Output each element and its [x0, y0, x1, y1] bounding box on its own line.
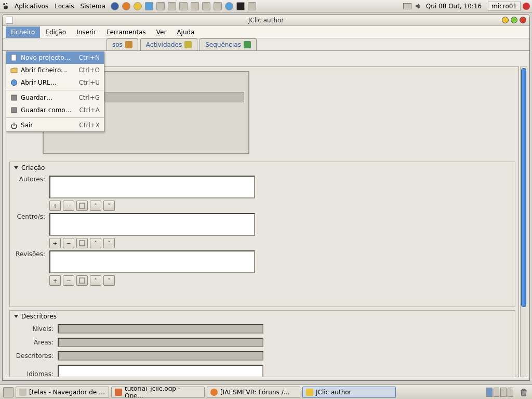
btnrow-autores: + − ˄ ˅: [49, 201, 515, 211]
list-autores[interactable]: [49, 176, 255, 198]
remove-button[interactable]: −: [63, 275, 74, 286]
menu-item-shortcut: Ctrl+X: [79, 122, 100, 129]
menu-item-sair[interactable]: Sair Ctrl+X: [6, 119, 104, 131]
tab-actividades[interactable]: Actividades: [140, 38, 197, 50]
panel-menu-applications[interactable]: Aplicativos: [11, 3, 51, 10]
panel-menu-places[interactable]: Locais: [51, 3, 77, 10]
close-button[interactable]: [520, 17, 526, 23]
menu-item-novo-projecto[interactable]: Novo projecto… Ctrl+N: [6, 51, 104, 64]
label-idiomas: Idiomas:: [14, 370, 54, 377]
save-as-icon: [10, 107, 18, 114]
down-button[interactable]: ˅: [103, 201, 115, 211]
menu-item-abrir-url[interactable]: Abrir URL… Ctrl+U: [6, 76, 104, 89]
scrollbar-thumb[interactable]: [521, 68, 526, 307]
field-niveis[interactable]: [58, 324, 263, 334]
menu-ver[interactable]: Ver: [151, 26, 172, 38]
open-file-icon: [10, 66, 18, 74]
edit-button[interactable]: [76, 238, 88, 248]
panel-menu-system[interactable]: Sistema: [77, 3, 109, 10]
remove-button[interactable]: −: [63, 201, 74, 211]
tab-strip: sos Actividades Sequências: [3, 38, 529, 51]
launcher-icon[interactable]: [248, 2, 256, 10]
taskbar-item[interactable]: tutorial_jclic.odp - Ope…: [111, 387, 205, 398]
down-button[interactable]: ˅: [103, 238, 115, 248]
list-revisoes[interactable]: [49, 250, 255, 273]
firefox-icon[interactable]: [122, 2, 130, 10]
app-window: JClic author Ficheiro Edição Inserir Fer…: [2, 14, 530, 381]
menu-item-abrir-ficheiro[interactable]: Abrir ficheiro… Ctrl+O: [6, 64, 104, 76]
up-button[interactable]: ˄: [90, 275, 101, 286]
launcher-icon[interactable]: [179, 2, 188, 10]
tab-partial[interactable]: sos: [107, 38, 138, 50]
terminal-icon[interactable]: [236, 2, 245, 10]
edit-button[interactable]: [76, 275, 88, 286]
list-centros[interactable]: [49, 213, 255, 236]
tab-sequencias[interactable]: Sequências: [200, 38, 257, 50]
launcher-icon[interactable]: [191, 2, 199, 10]
shutdown-icon[interactable]: [523, 3, 530, 10]
launcher-icon[interactable]: [156, 2, 165, 10]
add-button[interactable]: +: [49, 201, 61, 211]
launcher-icon[interactable]: [168, 2, 176, 10]
trash-icon[interactable]: [518, 387, 529, 397]
vertical-scrollbar[interactable]: [520, 66, 527, 377]
menu-ficheiro[interactable]: Ficheiro: [6, 26, 40, 38]
menu-item-guardar-como[interactable]: Guardar como… Ctrl+A: [6, 104, 104, 116]
hostname: micro01: [488, 2, 521, 11]
keyboard-icon[interactable]: [403, 3, 411, 9]
gnome-foot-icon: [2, 3, 9, 10]
list-idiomas[interactable]: [58, 365, 263, 377]
add-button[interactable]: +: [49, 275, 61, 286]
menubar: Ficheiro Edição Inserir Ferramentas Ver …: [3, 26, 529, 38]
menu-item-label: Guardar como…: [21, 107, 76, 114]
minimize-button[interactable]: [502, 17, 509, 23]
taskbar-item[interactable]: [IAESMEVR: Fóruns /…: [207, 387, 300, 398]
taskbar-label: JClic author: [316, 389, 352, 396]
firefox-icon: [210, 389, 218, 396]
taskbar-item-active[interactable]: JClic author: [302, 387, 396, 398]
launcher-icon[interactable]: [145, 2, 153, 10]
volume-icon[interactable]: [415, 3, 422, 10]
label-centros: Centro/s:: [14, 213, 45, 220]
menu-ajuda[interactable]: Ajuda: [171, 26, 200, 38]
launcher-icon[interactable]: [202, 2, 210, 10]
label-autores: Autores:: [14, 176, 45, 183]
launcher-icon[interactable]: [225, 2, 233, 10]
menu-ferramentas[interactable]: Ferramentas: [101, 26, 151, 38]
file-menu-dropdown: Novo projecto… Ctrl+N Abrir ficheiro… Ct…: [6, 51, 104, 132]
launcher-icon[interactable]: [111, 2, 119, 10]
collapse-icon[interactable]: [14, 166, 18, 169]
up-button[interactable]: ˄: [90, 238, 101, 248]
svg-rect-6: [11, 55, 16, 61]
menu-edicao[interactable]: Edição: [40, 26, 71, 38]
label-niveis: Níveis:: [14, 325, 54, 332]
menu-separator: [6, 117, 104, 118]
maximize-button[interactable]: [511, 17, 517, 23]
collapse-icon[interactable]: [14, 315, 18, 318]
add-button[interactable]: +: [49, 238, 61, 248]
section-descritores: Descritores Níveis: Áreas: Descritores: …: [9, 310, 515, 377]
clock[interactable]: Qui 08 Out, 10:16: [422, 3, 486, 10]
taskbar-label: [telas - Navegador de …: [29, 389, 105, 396]
section-title: Descritores: [21, 313, 57, 320]
launcher-icon[interactable]: [214, 2, 222, 10]
workspace-switcher[interactable]: [486, 388, 513, 397]
field-areas[interactable]: [58, 338, 263, 347]
launcher-icon[interactable]: [134, 2, 142, 10]
field-descritores[interactable]: [58, 351, 263, 361]
menu-item-shortcut: Ctrl+A: [79, 107, 100, 114]
show-desktop-button[interactable]: [3, 387, 14, 397]
svg-rect-5: [79, 278, 85, 283]
globe-icon: [10, 79, 18, 86]
save-icon: [10, 94, 18, 101]
up-button[interactable]: ˄: [90, 201, 101, 211]
taskbar-item[interactable]: [telas - Navegador de …: [16, 387, 109, 398]
remove-button[interactable]: −: [63, 238, 74, 248]
menu-separator: [6, 90, 104, 90]
menu-item-guardar[interactable]: Guardar… Ctrl+G: [6, 91, 104, 104]
btnrow-revisoes: + − ˄ ˅: [49, 275, 515, 286]
menu-item-label: Abrir ficheiro…: [21, 66, 75, 74]
down-button[interactable]: ˅: [103, 275, 115, 286]
menu-inserir[interactable]: Inserir: [71, 26, 101, 38]
edit-button[interactable]: [76, 201, 88, 211]
